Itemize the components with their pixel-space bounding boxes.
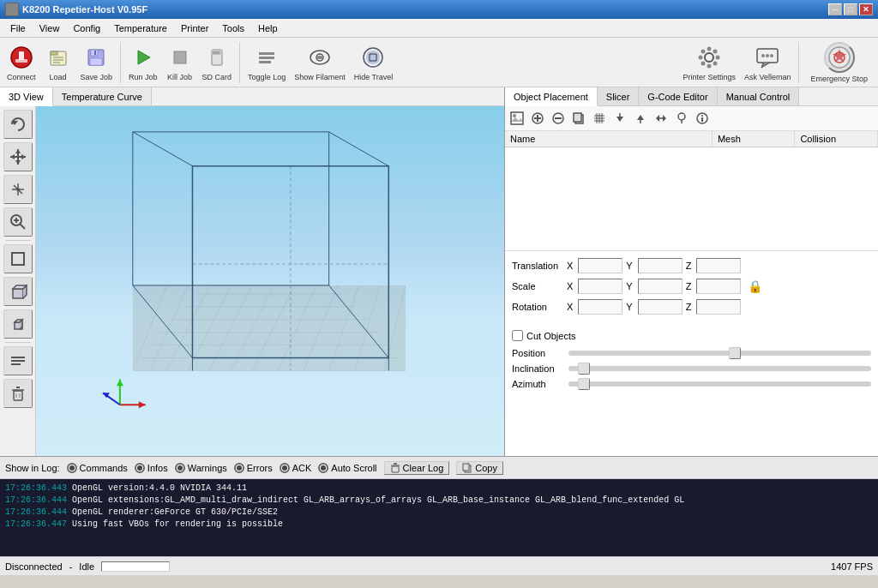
placement-copy-tool[interactable] — [569, 109, 588, 128]
rotate-tool[interactable] — [3, 110, 33, 139]
placement-image-tool[interactable] — [508, 109, 526, 128]
ack-radio[interactable] — [280, 463, 290, 473]
svg-point-106 — [513, 114, 516, 117]
clear-log-button[interactable]: Clear Log — [384, 461, 450, 475]
maximize-button[interactable]: □ — [844, 3, 857, 15]
placement-info-tool[interactable] — [693, 109, 712, 128]
warnings-radio[interactable] — [175, 463, 185, 473]
menu-view[interactable]: View — [33, 21, 67, 35]
ask-velleman-button[interactable]: Ask Velleman — [741, 42, 795, 83]
scale-lock-icon[interactable]: 🔒 — [748, 279, 762, 293]
emergency-stop-button[interactable]: Emergency Stop — [803, 39, 875, 86]
sd-card-button[interactable]: SD Card — [199, 42, 236, 83]
svg-rect-133 — [392, 466, 399, 472]
cube-tool[interactable] — [3, 277, 33, 306]
clear-log-icon — [390, 463, 400, 473]
printer-settings-button[interactable]: Printer Settings — [679, 42, 739, 83]
minimize-button[interactable]: ─ — [828, 3, 842, 15]
save-job-label: Save Job — [81, 73, 113, 81]
menu-help[interactable]: Help — [251, 21, 285, 35]
autoscroll-radio[interactable] — [318, 463, 328, 473]
menu-file[interactable]: File — [3, 21, 33, 35]
svg-point-52 — [16, 188, 20, 191]
object-table-container[interactable]: Name Mesh Collision — [505, 131, 878, 251]
hide-travel-label: Hide Travel — [354, 73, 394, 81]
placement-pin-tool[interactable] — [672, 109, 691, 128]
log-content[interactable]: 17:26:36.443 OpenGL version:4.4.0 NVIDIA… — [0, 479, 878, 556]
scale-x-input[interactable] — [578, 279, 622, 294]
svg-marker-48 — [21, 154, 26, 159]
move3d-tool[interactable] — [3, 175, 33, 204]
menu-tools[interactable]: Tools — [215, 21, 251, 35]
canvas-3d[interactable] — [0, 106, 504, 456]
svg-marker-12 — [138, 51, 150, 64]
translation-z-input[interactable] — [696, 258, 741, 273]
toolbar-separator-3 — [798, 42, 799, 83]
tab-gcode-editor[interactable]: G-Code Editor — [639, 87, 717, 105]
box-tool[interactable] — [3, 244, 33, 273]
lines-tool[interactable] — [3, 346, 33, 375]
rotation-z-input[interactable] — [696, 299, 741, 315]
position-thumb[interactable] — [729, 347, 741, 359]
toggle-log-icon — [253, 44, 280, 71]
connection-status: Disconnected — [5, 561, 63, 572]
3d-viewport[interactable] — [43, 115, 496, 447]
inclination-thumb[interactable] — [578, 363, 590, 375]
small-cube-tool[interactable] — [3, 309, 33, 339]
close-button[interactable]: ✕ — [859, 3, 873, 15]
placement-remove-tool[interactable] — [549, 109, 568, 128]
cut-objects-checkbox[interactable] — [512, 330, 523, 341]
clear-log-label: Clear Log — [403, 463, 444, 473]
scale-row: Scale X Y Z 🔒 — [512, 279, 871, 294]
window-controls[interactable]: ─ □ ✕ — [828, 3, 873, 15]
scale-z-axis: Z — [686, 281, 692, 291]
svg-point-28 — [707, 46, 712, 51]
delete-tool[interactable] — [3, 379, 33, 408]
inclination-slider[interactable] — [568, 366, 871, 371]
show-filament-button[interactable]: Show Filament — [291, 42, 349, 83]
placement-add-tool[interactable] — [528, 109, 547, 128]
placement-down-tool[interactable] — [610, 109, 629, 128]
load-button[interactable]: Load — [41, 42, 75, 83]
kill-job-button[interactable]: Kill Job — [163, 42, 197, 83]
rotation-x-input[interactable] — [578, 299, 622, 315]
errors-radio[interactable] — [234, 463, 244, 473]
placement-flip-tool[interactable] — [652, 109, 671, 128]
translation-y-input[interactable] — [638, 258, 683, 273]
main-content: 3D View Temperature Curve — [0, 87, 878, 456]
run-job-button[interactable]: Run Job — [125, 42, 161, 83]
save-job-button[interactable]: Save Job — [77, 42, 117, 83]
svg-marker-107 — [511, 117, 523, 122]
tab-slicer[interactable]: Slicer — [598, 87, 640, 105]
zoom-tool[interactable] — [3, 207, 33, 237]
tab-manual-control[interactable]: Manual Control — [718, 87, 800, 105]
translation-x-input[interactable] — [578, 258, 622, 273]
menu-printer[interactable]: Printer — [174, 21, 215, 35]
tab-object-placement[interactable]: Object Placement — [505, 87, 598, 106]
filter-warnings: Warnings — [175, 463, 227, 473]
scale-y-input[interactable] — [638, 279, 683, 294]
placement-up-tool[interactable] — [631, 109, 650, 128]
azimuth-slider[interactable] — [568, 381, 871, 387]
toggle-log-button[interactable]: Toggle Log — [244, 42, 289, 83]
view-tabs: 3D View Temperature Curve — [0, 87, 504, 106]
azimuth-thumb[interactable] — [578, 378, 590, 390]
tab-temperature-curve[interactable]: Temperature Curve — [53, 87, 152, 105]
panel-content: Name Mesh Collision Translation X Y — [505, 106, 878, 456]
placement-grid-tool[interactable] — [590, 109, 609, 128]
rotation-label: Rotation — [512, 302, 563, 312]
position-slider[interactable] — [568, 351, 871, 356]
infos-radio[interactable] — [135, 463, 145, 473]
commands-radio[interactable] — [67, 463, 77, 473]
scale-z-input[interactable] — [696, 279, 741, 294]
svg-rect-4 — [51, 51, 57, 55]
move-tool[interactable] — [3, 142, 33, 171]
copy-log-button[interactable]: Copy — [456, 461, 503, 475]
svg-line-91 — [133, 132, 193, 166]
connect-button[interactable]: Connect — [3, 42, 39, 83]
hide-travel-button[interactable]: Hide Travel — [351, 42, 397, 83]
menu-temperature[interactable]: Temperature — [107, 21, 174, 35]
menu-config[interactable]: Config — [66, 21, 107, 35]
tab-3d-view[interactable]: 3D View — [0, 87, 53, 106]
rotation-y-input[interactable] — [638, 299, 683, 315]
